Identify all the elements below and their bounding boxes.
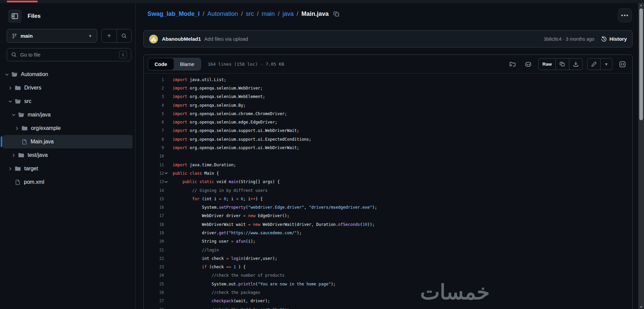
scroll-down-arrow[interactable]: ▼ — [638, 305, 644, 309]
copilot-button[interactable] — [522, 59, 534, 70]
line-number[interactable]: 11 — [144, 163, 164, 167]
line-number[interactable]: 23 — [144, 265, 164, 269]
copilot-icon — [525, 61, 532, 68]
copy-icon — [560, 61, 565, 67]
line-number[interactable]: 3 — [144, 94, 164, 99]
tree-item-drivers[interactable]: Drivers — [3, 81, 133, 95]
tree-item-automation[interactable]: Automation — [3, 68, 133, 81]
line-number[interactable]: 25 — [144, 282, 164, 286]
tree-item-test-java[interactable]: test/java — [3, 148, 133, 162]
code-text: //login — [173, 248, 219, 252]
breadcrumb-path: /Automation/src/main/java/ — [200, 10, 301, 18]
line-number[interactable]: 6 — [144, 120, 164, 125]
raw-button[interactable]: Raw — [539, 59, 555, 70]
breadcrumb-link-src[interactable]: src — [246, 10, 254, 17]
line-number[interactable]: 22 — [144, 256, 164, 261]
symbols-panel-button[interactable] — [617, 59, 628, 70]
code-text: if (check == 1 ) { — [173, 265, 246, 269]
file-tree: AutomationDriverssrcmain/javaorg/example… — [3, 68, 133, 189]
history-button[interactable]: History — [601, 36, 627, 42]
go-to-file-input[interactable]: Go to file t — [7, 48, 131, 61]
breadcrumb-link-Automation[interactable]: Automation — [207, 10, 238, 17]
collapse-chevron-icon[interactable] — [164, 180, 173, 184]
github-file-page: Files main ▼ + — [0, 0, 644, 309]
avatar[interactable] — [149, 35, 158, 43]
chevron-right-icon[interactable] — [14, 126, 20, 131]
line-number[interactable]: 28 — [144, 307, 164, 309]
breadcrumb-link-java[interactable]: java — [282, 10, 294, 17]
code-line: 26 //check the packages — [144, 288, 632, 297]
line-number[interactable]: 15 — [144, 197, 164, 201]
tree-item-src[interactable]: src — [3, 95, 133, 108]
tree-item-label: test/java — [28, 152, 48, 158]
chevron-down-icon[interactable] — [7, 99, 13, 104]
line-number[interactable]: 4 — [144, 103, 164, 108]
line-number[interactable]: 21 — [144, 248, 164, 252]
edit-file-button[interactable] — [587, 59, 600, 70]
code-text: System.setProperty("webdriver.Edge.drive… — [173, 205, 377, 210]
code-text: public static void main(String[] args) { — [173, 179, 280, 184]
line-number[interactable]: 8 — [144, 137, 164, 142]
line-number[interactable]: 20 — [144, 239, 164, 244]
chevron-right-icon[interactable] — [7, 167, 13, 171]
code-line: 6import org.openqa.selenium.edge.EdgeDri… — [144, 118, 632, 126]
download-button[interactable] — [569, 59, 582, 70]
search-tree-button[interactable] — [116, 29, 131, 42]
tree-item-main-java[interactable]: Main.java — [3, 135, 133, 148]
tab-blame[interactable]: Blame — [174, 58, 201, 70]
scrollbar-thumb[interactable] — [639, 8, 643, 120]
folder-icon — [18, 152, 24, 158]
line-number[interactable]: 13 — [144, 179, 164, 184]
line-number[interactable]: 24 — [144, 273, 164, 278]
tree-item-label: pom.xml — [24, 179, 44, 185]
breadcrumb-repo[interactable]: Swag_lab_Mode_I — [147, 10, 200, 18]
code-line: 7import org.openqa.selenium.support.ui.W… — [144, 127, 632, 135]
chevron-right-icon[interactable] — [11, 153, 16, 158]
code-text: import java.util.List; — [173, 77, 226, 82]
line-number[interactable]: 1 — [144, 77, 164, 82]
code-text: import org.openqa.selenium.edge.EdgeDriv… — [173, 120, 277, 125]
tree-item-pom-xml[interactable]: pom.xml — [3, 175, 133, 189]
open-with-workspace-button[interactable] — [507, 59, 518, 70]
line-number[interactable]: 2 — [144, 86, 164, 91]
line-number[interactable]: 9 — [144, 145, 164, 150]
line-number[interactable]: 19 — [144, 231, 164, 235]
commit-author[interactable]: AbanoubMelad1 — [162, 36, 201, 42]
code-line: 10 — [144, 152, 632, 161]
edit-dropdown-button[interactable]: ▼ — [600, 59, 612, 70]
commit-message[interactable]: Add files via upload — [204, 36, 248, 42]
line-number[interactable]: 16 — [144, 205, 164, 210]
chevron-down-icon[interactable] — [11, 113, 16, 117]
line-number[interactable]: 10 — [144, 154, 164, 159]
copy-file-button[interactable] — [555, 59, 569, 70]
commit-meta: 3b8c8c4 · 3 months ago History — [544, 36, 627, 42]
copy-path-button[interactable] — [333, 11, 340, 17]
tree-item-org-example[interactable]: org/example — [3, 122, 133, 135]
add-file-button[interactable]: + — [102, 29, 116, 42]
line-number[interactable]: 7 — [144, 128, 164, 133]
breadcrumb-separator: / — [278, 10, 279, 17]
main-content: Swag_lab_Mode_I /Automation/src/main/jav… — [135, 3, 638, 309]
more-options-button[interactable]: ••• — [618, 8, 632, 22]
line-number[interactable]: 12 — [144, 171, 164, 176]
folder-open-icon — [15, 98, 21, 104]
tab-code[interactable]: Code — [148, 58, 174, 70]
scroll-up-arrow[interactable]: ▲ — [638, 3, 644, 7]
page-scrollbar[interactable]: ▲ ▼ — [638, 3, 644, 309]
tree-item-main-java[interactable]: main/java — [3, 108, 133, 122]
code-content: 1import java.util.List;2import org.openq… — [144, 74, 632, 309]
chevron-down-icon[interactable] — [4, 72, 9, 77]
line-number[interactable]: 26 — [144, 290, 164, 295]
branch-selector[interactable]: main ▼ — [7, 29, 97, 43]
folder-icon — [15, 85, 21, 91]
line-number[interactable]: 27 — [144, 299, 164, 303]
line-number[interactable]: 5 — [144, 111, 164, 116]
chevron-right-icon[interactable] — [7, 86, 13, 90]
collapse-tree-button[interactable] — [8, 9, 22, 23]
line-number[interactable]: 14 — [144, 188, 164, 193]
tree-item-target[interactable]: target — [3, 162, 133, 175]
line-number[interactable]: 17 — [144, 213, 164, 218]
breadcrumb-link-main[interactable]: main — [262, 10, 275, 17]
collapse-chevron-icon[interactable] — [164, 171, 173, 175]
line-number[interactable]: 18 — [144, 222, 164, 227]
